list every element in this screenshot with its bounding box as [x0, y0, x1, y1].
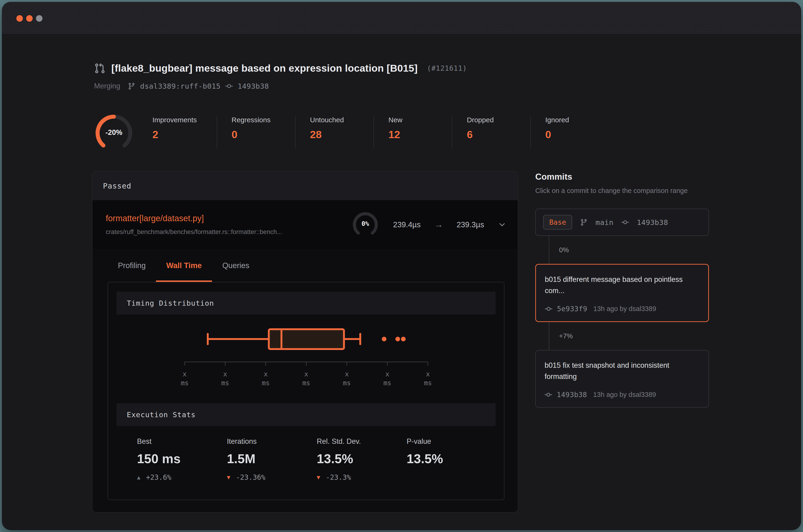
- git-commit-icon: [225, 82, 233, 90]
- svg-text:ms: ms: [343, 379, 351, 387]
- svg-text:x: x: [345, 370, 349, 378]
- commit-time-author: 13h ago by dsal3389: [593, 305, 656, 313]
- exec-stat-delta: ▼ -23.36%: [227, 473, 317, 481]
- benchmark-panel: Passed formatter[large/dataset.py] crate…: [92, 171, 518, 513]
- summary-stat-dropped: Dropped 6: [452, 116, 530, 149]
- commits-subtitle: Click on a commit to change the comparis…: [535, 187, 709, 195]
- tab-profiling[interactable]: Profiling: [108, 249, 156, 282]
- svg-text:ms: ms: [383, 379, 391, 387]
- exec-stat-value: 1.5M: [227, 451, 317, 466]
- commit-connector: 0%: [535, 236, 709, 264]
- commit-message: b015 fix test snapshot and inconsistent …: [545, 360, 694, 382]
- exec-stat-delta: ▲ +23.6%: [137, 473, 227, 481]
- svg-text:x: x: [264, 370, 268, 378]
- pr-title-row: [flake8_bugbear] message based on expres…: [94, 62, 467, 74]
- base-commit-hash: 1493b38: [637, 218, 668, 227]
- tab-bar: Profiling Wall Time Queries: [92, 249, 518, 282]
- stat-label: New: [388, 116, 452, 124]
- summary-stat-new: New 12: [373, 116, 452, 149]
- status-header: Passed: [92, 171, 518, 200]
- page-title: [flake8_bugbear] message based on expres…: [111, 62, 417, 74]
- arrow-right-icon: →: [434, 220, 443, 230]
- stat-value: 0: [231, 129, 295, 141]
- commits-sidebar: Commits Click on a commit to change the …: [535, 172, 709, 407]
- commit-card[interactable]: b015 fix test snapshot and inconsistent …: [535, 350, 709, 407]
- stat-value: 2: [152, 129, 217, 141]
- summary-stat-regressions: Regressions 0: [217, 116, 295, 149]
- timing-boxplot-chart: xmsxmsxmsxmsxmsxmsxms: [108, 315, 505, 394]
- pr-subtitle-row: Merging dsal3389:ruff-b015 1493b38: [94, 82, 467, 90]
- git-commit-icon: [621, 218, 629, 226]
- window-dot[interactable]: [26, 15, 33, 22]
- commit-hash: 1493b38: [557, 391, 587, 399]
- exec-stat-delta: ▼ -23.3%: [317, 473, 407, 481]
- execution-stats-header: Execution Stats: [116, 403, 496, 426]
- base-commit-card[interactable]: Base main 1493b38: [535, 209, 709, 236]
- status-label: Passed: [103, 182, 131, 190]
- git-branch-icon: [580, 218, 587, 226]
- exec-stat-value: 150 ms: [137, 451, 227, 466]
- base-badge[interactable]: Base: [543, 215, 572, 230]
- summary-stat-improvements: Improvements 2: [152, 116, 217, 149]
- source-branch[interactable]: dsal3389:ruff-b015: [140, 82, 221, 90]
- benchmark-row[interactable]: formatter[large/dataset.py] crates/ruff_…: [92, 200, 518, 249]
- timing-distribution-header: Timing Distribution: [116, 292, 496, 315]
- commit-card[interactable]: b015 different message based on pointles…: [535, 264, 709, 322]
- benchmark-name-link[interactable]: formatter[large/dataset.py]: [106, 213, 351, 223]
- benchmark-info: formatter[large/dataset.py] crates/ruff_…: [106, 213, 351, 236]
- svg-text:ms: ms: [181, 379, 189, 387]
- exec-stat-label: P-value: [407, 437, 497, 446]
- tab-wall-time[interactable]: Wall Time: [156, 249, 212, 282]
- connector-delta: 0%: [559, 246, 569, 254]
- chevron-down-icon[interactable]: [498, 220, 507, 229]
- delta-arrow-icon: ▼: [317, 475, 320, 480]
- benchmark-result: 0% 239.4µs → 239.3µs: [351, 210, 507, 239]
- delta-value: -23.36%: [236, 473, 265, 481]
- git-commit-icon: [545, 391, 552, 399]
- stat-value: 28: [310, 129, 373, 141]
- commit-message: b015 different message based on pointles…: [545, 274, 694, 296]
- stat-label: Untouched: [310, 116, 373, 124]
- benchmark-gauge-value: 0%: [351, 210, 379, 239]
- commit-hash: 5e933f9: [557, 305, 587, 313]
- overall-gauge-value: -20%: [94, 113, 134, 153]
- summary-stats: Improvements 2 Regressions 0 Untouched 2…: [152, 113, 609, 149]
- connector-line: [549, 322, 549, 350]
- execution-stats-grid: Best 150 ms ▲ +23.6% Iterations 1.5M ▼ -…: [137, 437, 504, 481]
- head-commit-hash[interactable]: 1493b38: [238, 82, 269, 90]
- stat-value: 6: [467, 129, 530, 141]
- pr-header: [flake8_bugbear] message based on expres…: [94, 62, 467, 90]
- stat-label: Dropped: [467, 116, 530, 124]
- window-dot[interactable]: [36, 15, 42, 22]
- benchmark-path: crates/ruff_benchmark/benches/formatter.…: [106, 228, 351, 236]
- delta-value: +23.6%: [146, 473, 171, 481]
- git-branch-icon: [128, 82, 135, 90]
- exec-stat-p-value: P-value 13.5%: [407, 437, 497, 481]
- benchmark-gauge: 0%: [351, 210, 379, 239]
- stat-label: Ignored: [545, 116, 609, 124]
- tab-queries[interactable]: Queries: [212, 249, 260, 282]
- commit-meta: 1493b38 13h ago by dsal3389: [545, 391, 699, 399]
- svg-text:x: x: [223, 370, 227, 378]
- svg-text:x: x: [426, 370, 430, 378]
- summary-stat-untouched: Untouched 28: [295, 116, 373, 149]
- delta-arrow-icon: ▲: [137, 475, 140, 480]
- svg-text:x: x: [183, 370, 187, 378]
- stat-label: Improvements: [152, 116, 217, 124]
- commit-connector: +7%: [535, 322, 709, 350]
- git-commit-icon: [545, 305, 552, 313]
- delta-arrow-icon: ▼: [227, 475, 230, 480]
- stat-label: Regressions: [231, 116, 295, 124]
- svg-text:ms: ms: [221, 379, 229, 387]
- execution-stats-title: Execution Stats: [127, 411, 195, 419]
- time-before: 239.4µs: [393, 220, 421, 229]
- exec-stat-value: 13.5%: [317, 451, 407, 466]
- connector-line: [549, 236, 549, 264]
- svg-text:x: x: [304, 370, 309, 378]
- exec-stat-label: Iterations: [227, 437, 317, 446]
- svg-text:ms: ms: [424, 379, 432, 387]
- window-dot[interactable]: [16, 15, 23, 22]
- exec-stat-rel-std-dev: Rel. Std. Dev. 13.5% ▼ -23.3%: [317, 437, 407, 481]
- exec-stat-best: Best 150 ms ▲ +23.6%: [137, 437, 227, 481]
- wall-time-card: Timing Distribution xmsxmsxmsxmsxmsxmsxm…: [108, 282, 504, 500]
